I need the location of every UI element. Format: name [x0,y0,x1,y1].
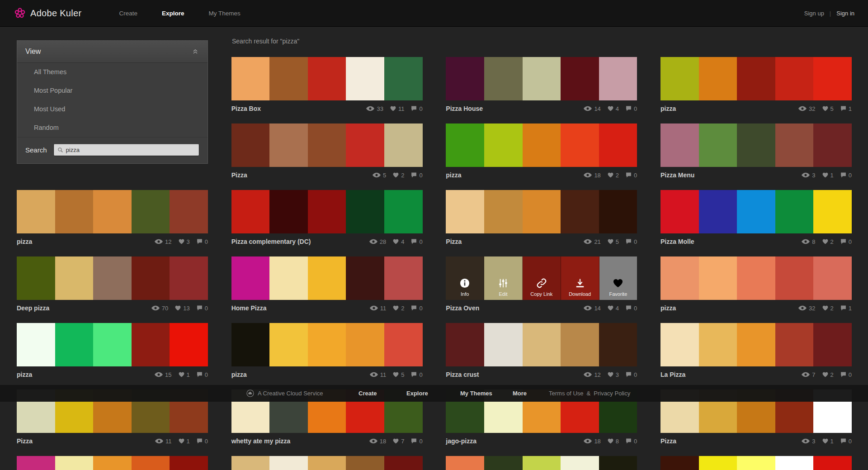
color-swatch[interactable] [660,323,699,366]
color-swatch[interactable] [384,456,423,470]
color-swatch[interactable] [737,456,775,470]
color-swatch[interactable] [813,456,852,470]
theme-title[interactable]: Pizza [660,437,676,445]
color-swatch[interactable] [446,57,484,100]
color-swatch[interactable] [561,323,599,366]
comments-stat[interactable]: 0 [626,305,637,312]
theme-card[interactable]: Pizza complementary (DC) 28 4 0 [231,190,423,249]
color-swatch[interactable] [132,456,170,470]
color-swatch[interactable] [660,256,699,300]
theme-card[interactable]: Pizza 21 5 0 [446,190,637,249]
theme-title[interactable]: pizza [446,171,461,179]
comments-stat[interactable]: 0 [626,438,637,445]
theme-title[interactable]: La Pizza [660,371,685,378]
theme-card[interactable]: pizza 18 2 0 [446,123,637,182]
view-item-all-themes[interactable]: All Themes [17,63,208,81]
comments-stat[interactable]: 0 [840,438,852,445]
theme-card[interactable] [231,456,423,470]
theme-card[interactable]: pizza 32 2 1 [660,256,852,315]
likes-stat[interactable]: 7 [393,438,404,445]
theme-card[interactable]: Pizza 5 2 0 [231,123,423,182]
nav-create[interactable]: Create [107,0,150,27]
theme-title[interactable]: pizza [231,371,247,378]
color-swatch[interactable] [93,323,132,366]
color-swatch[interactable] [346,190,384,233]
comments-stat[interactable]: 0 [197,371,208,378]
theme-title[interactable]: Deep pizza [17,304,49,312]
color-swatch[interactable] [269,256,308,300]
color-swatch[interactable] [660,123,699,167]
theme-title[interactable]: Pizza [231,171,247,179]
likes-stat[interactable]: 5 [393,371,404,378]
color-swatch[interactable] [699,57,737,100]
color-swatch[interactable] [561,456,599,470]
likes-stat[interactable]: 11 [390,105,405,112]
comments-stat[interactable]: 0 [411,105,422,112]
theme-card[interactable]: Pizza House 14 4 0 [446,57,637,116]
theme-card[interactable]: La Pizza 7 2 0 [660,323,852,382]
view-panel-header[interactable]: View [17,41,208,63]
color-swatch[interactable] [813,190,852,233]
theme-title[interactable]: Pizza Menu [660,171,694,179]
footer-more-link[interactable]: More [513,385,527,402]
color-swatch[interactable] [231,57,270,100]
color-swatch[interactable] [231,456,270,470]
color-swatch[interactable] [699,190,737,233]
color-swatch[interactable] [231,323,270,366]
theme-title[interactable]: pizza [17,238,32,245]
color-swatch[interactable] [523,190,561,233]
comments-stat[interactable]: 0 [411,172,422,179]
theme-title[interactable]: Home Pizza [231,304,267,312]
theme-title[interactable]: Pizza Molle [660,238,694,245]
color-swatch[interactable] [737,190,775,233]
color-swatch[interactable] [55,323,94,366]
color-swatch[interactable] [93,256,132,300]
color-swatch[interactable] [813,123,852,167]
color-swatch[interactable] [484,323,523,366]
color-swatch[interactable] [55,190,94,233]
likes-stat[interactable]: 5 [822,105,834,112]
color-swatch[interactable] [308,190,346,233]
overlay-action-download[interactable]: Download [561,256,599,300]
color-swatch[interactable] [17,190,55,233]
color-swatch[interactable] [446,456,484,470]
color-swatch[interactable] [346,323,384,366]
color-swatch[interactable] [384,323,423,366]
color-swatch[interactable] [269,323,308,366]
theme-title[interactable]: Pizza Box [231,105,261,112]
color-swatch[interactable] [170,190,208,233]
theme-title[interactable]: Pizza [446,238,462,245]
comments-stat[interactable]: 0 [197,238,208,245]
likes-stat[interactable]: 1 [822,438,834,445]
color-swatch[interactable] [813,256,852,300]
comments-stat[interactable]: 0 [840,238,852,245]
color-swatch[interactable] [775,256,814,300]
likes-stat[interactable]: 4 [608,105,619,112]
color-swatch[interactable] [269,456,308,470]
color-swatch[interactable] [775,323,814,366]
color-swatch[interactable] [269,190,308,233]
likes-stat[interactable]: 2 [822,371,834,378]
comments-stat[interactable]: 0 [411,438,422,445]
color-swatch[interactable] [484,57,523,100]
color-swatch[interactable] [55,456,94,470]
theme-card[interactable] [660,456,852,470]
view-item-most-used[interactable]: Most Used [17,100,208,119]
theme-title[interactable]: Pizza [17,437,33,445]
likes-stat[interactable]: 2 [608,172,619,179]
color-swatch[interactable] [523,456,561,470]
color-swatch[interactable] [737,256,775,300]
comments-stat[interactable]: 0 [626,238,637,245]
color-swatch[interactable] [346,123,384,167]
color-swatch[interactable] [269,123,308,167]
color-swatch[interactable] [170,256,208,300]
theme-title[interactable]: pizza [660,105,676,112]
color-swatch[interactable] [170,323,208,366]
theme-card[interactable]: pizza 15 1 0 [17,323,208,382]
comments-stat[interactable]: 0 [626,105,637,112]
likes-stat[interactable]: 4 [393,238,404,245]
terms-of-use-link[interactable]: Terms of Use [549,390,584,397]
color-swatch[interactable] [699,256,737,300]
comments-stat[interactable]: 0 [411,305,422,312]
color-swatch[interactable] [813,57,852,100]
